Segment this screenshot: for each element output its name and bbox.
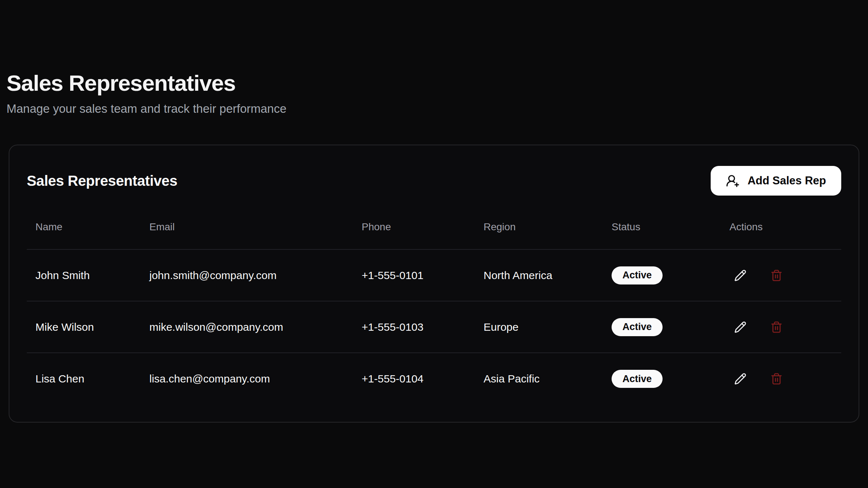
cell-email: mike.wilson@company.com [141, 301, 353, 353]
trash-icon [770, 321, 783, 333]
add-sales-rep-button-label: Add Sales Rep [748, 174, 826, 187]
pencil-icon [734, 321, 746, 333]
user-plus-icon [726, 174, 740, 188]
column-header-email: Email [141, 205, 353, 249]
page-subtitle: Manage your sales team and track their p… [7, 100, 859, 117]
delete-button[interactable] [766, 265, 787, 286]
sales-reps-card: Sales Representatives Add Sales Rep [9, 145, 859, 423]
cell-actions [721, 301, 841, 353]
cell-region: Europe [475, 301, 603, 353]
trash-icon [770, 373, 783, 385]
status-badge: Active [612, 370, 663, 388]
page: Sales Representatives Manage your sales … [0, 0, 868, 423]
add-sales-rep-button[interactable]: Add Sales Rep [711, 166, 841, 196]
cell-phone: +1-555-0104 [353, 353, 475, 404]
cell-email: lisa.chen@company.com [141, 353, 353, 404]
trash-icon [770, 269, 783, 282]
row-actions [729, 368, 833, 390]
table-body: John Smith john.smith@company.com +1-555… [27, 249, 841, 404]
cell-actions [721, 353, 841, 404]
table-row: Lisa Chen lisa.chen@company.com +1-555-0… [27, 353, 841, 404]
row-actions [729, 316, 833, 338]
column-header-phone: Phone [353, 205, 475, 249]
pencil-icon [734, 269, 746, 282]
table-header-row: Name Email Phone Region Status Actions [27, 205, 841, 249]
table-row: John Smith john.smith@company.com +1-555… [27, 249, 841, 301]
sales-reps-table: Name Email Phone Region Status Actions J… [27, 205, 841, 404]
column-header-region: Region [475, 205, 603, 249]
status-badge: Active [612, 266, 663, 284]
edit-button[interactable] [729, 265, 751, 286]
cell-region: Asia Pacific [475, 353, 603, 404]
cell-status: Active [603, 301, 721, 353]
cell-actions [721, 249, 841, 301]
delete-button[interactable] [766, 316, 787, 338]
status-badge: Active [612, 318, 663, 336]
cell-status: Active [603, 249, 721, 301]
cell-name: Mike Wilson [27, 301, 141, 353]
column-header-name: Name [27, 205, 141, 249]
cell-status: Active [603, 353, 721, 404]
column-header-status: Status [603, 205, 721, 249]
page-title: Sales Representatives [7, 71, 859, 95]
edit-button[interactable] [729, 368, 751, 390]
card-title: Sales Representatives [27, 173, 177, 189]
table-header: Name Email Phone Region Status Actions [27, 205, 841, 249]
cell-phone: +1-555-0101 [353, 249, 475, 301]
cell-name: Lisa Chen [27, 353, 141, 404]
cell-name: John Smith [27, 249, 141, 301]
edit-button[interactable] [729, 316, 751, 338]
pencil-icon [734, 373, 746, 385]
row-actions [729, 265, 833, 286]
cell-phone: +1-555-0103 [353, 301, 475, 353]
page-header: Sales Representatives Manage your sales … [7, 71, 859, 117]
card-header: Sales Representatives Add Sales Rep [27, 163, 841, 199]
cell-email: john.smith@company.com [141, 249, 353, 301]
cell-region: North America [475, 249, 603, 301]
table-row: Mike Wilson mike.wilson@company.com +1-5… [27, 301, 841, 353]
column-header-actions: Actions [721, 205, 841, 249]
delete-button[interactable] [766, 368, 787, 390]
